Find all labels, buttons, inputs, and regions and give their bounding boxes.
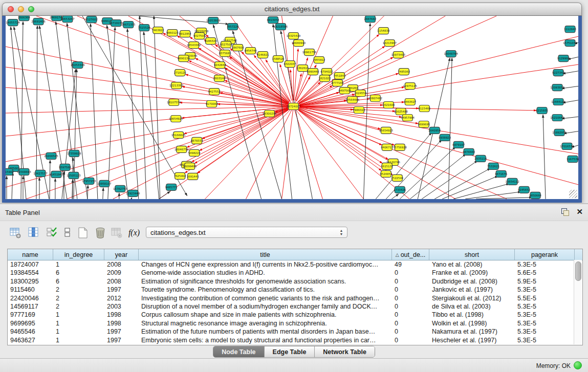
network-node[interactable]: 9850664 [529, 192, 542, 199]
network-node[interactable]: 16053809 [206, 17, 221, 24]
network-node[interactable]: 10653267 [60, 16, 74, 23]
network-node[interactable]: 2935114 [474, 155, 487, 162]
network-node[interactable]: 1615132 [381, 163, 393, 169]
table-row[interactable]: 1456911722003Disruption of a novel membe… [8, 302, 582, 311]
network-node[interactable]: 8471676 [495, 170, 508, 177]
network-node[interactable]: 9699695 [418, 121, 430, 127]
network-node[interactable]: 7857224 [227, 24, 239, 30]
citation-network-graph[interactable]: 1872400726063641405572420691406246917401… [6, 16, 578, 199]
network-node[interactable]: 13427577 [33, 170, 47, 177]
network-node[interactable]: 2887682 [364, 16, 376, 23]
network-node[interactable]: 3915902 [6, 168, 14, 175]
network-node[interactable]: 9146821 [257, 52, 269, 58]
network-node[interactable]: 7986322 [353, 107, 365, 114]
network-node[interactable]: 12975115 [403, 83, 417, 90]
column-header-pagerank[interactable]: pagerank [515, 249, 575, 260]
network-node[interactable]: 12444121 [551, 99, 565, 105]
network-node[interactable]: 16210643 [550, 114, 564, 121]
table-row[interactable]: 946362711997Embryonic stem cells: a mode… [8, 336, 582, 344]
table-row[interactable]: 977716911998Corpus callosum shape and si… [8, 311, 582, 319]
network-node[interactable]: 75756928 [393, 144, 407, 150]
network-node[interactable]: 9463627 [404, 99, 416, 105]
tab-edge-table[interactable]: Edge Table [265, 346, 315, 357]
network-node[interactable]: 8912954 [179, 31, 192, 37]
table-source-select[interactable]: citations_edges.txt ▲▼ [146, 227, 347, 238]
column-header-year[interactable]: year [104, 249, 139, 260]
tab-network-table[interactable]: Network Table [315, 346, 375, 357]
network-node[interactable]: 2522544 [391, 174, 404, 181]
network-node[interactable]: 9115460 [418, 105, 431, 112]
network-node[interactable]: 1154838 [377, 28, 390, 34]
network-node[interactable]: 9327508 [220, 41, 233, 48]
network-node[interactable]: 16782753 [113, 185, 127, 192]
tab-node-table[interactable]: Node Table [213, 346, 264, 357]
network-node[interactable]: 16543382 [187, 42, 201, 49]
table-row[interactable]: 1830029562008Estimation of significance … [8, 277, 582, 286]
network-node[interactable]: 9227342 [552, 70, 564, 76]
network-node[interactable]: 9860123 [166, 30, 179, 36]
network-node[interactable]: 7451843 [333, 73, 345, 79]
network-node[interactable]: 7955812 [313, 57, 325, 63]
column-select-icon[interactable] [27, 226, 41, 240]
table-settings-icon[interactable] [8, 226, 23, 240]
network-node[interactable]: 54957984 [401, 114, 415, 121]
network-node[interactable]: 7532621 [487, 163, 499, 169]
row-select-icon[interactable] [45, 226, 59, 240]
column-header-title[interactable]: title [139, 249, 392, 260]
network-node[interactable]: 8454749 [245, 48, 257, 54]
window-resize-grip[interactable] [569, 190, 577, 198]
network-node[interactable]: 12213967 [383, 40, 397, 47]
network-node[interactable]: 15166825 [171, 132, 185, 138]
network-node[interactable]: 6879197 [452, 141, 465, 148]
network-node[interactable]: 10973493 [391, 52, 405, 58]
table-row[interactable]: 1872400712008Changes of HCN gene express… [8, 260, 582, 269]
table-row[interactable]: 969969511998Structural magnetic resonanc… [8, 319, 582, 327]
column-header-in_degree[interactable]: in_degree [53, 249, 104, 260]
network-node[interactable]: 10807482 [368, 95, 382, 102]
network-node[interactable]: 9327505 [193, 33, 206, 39]
network-node[interactable]: 23564486 [345, 97, 360, 103]
scrollbar-thumb[interactable] [575, 261, 581, 281]
network-node[interactable]: 8878333 [191, 137, 203, 144]
network-node[interactable]: 8406717 [381, 144, 393, 150]
network-node[interactable]: 1821022 [318, 75, 331, 82]
network-node[interactable]: 9485771 [165, 184, 178, 190]
table-row[interactable]: 1938455462009Genome-wide association stu… [8, 269, 582, 277]
network-node[interactable]: 17016534 [560, 143, 574, 149]
network-node[interactable]: 15654923 [379, 127, 393, 134]
network-node[interactable]: 12505123 [67, 172, 80, 179]
network-node[interactable]: 16046756 [175, 146, 189, 152]
network-node[interactable]: 6794022 [320, 69, 333, 75]
network-node[interactable]: 9777169 [331, 80, 344, 86]
network-node[interactable]: 10654112 [505, 178, 519, 185]
network-window-titlebar[interactable]: citations_edges.txt [2, 3, 582, 16]
network-node[interactable]: 1621608 [382, 102, 395, 108]
network-canvas[interactable]: 1872400726063641405572420691406246917401… [6, 16, 578, 199]
network-node[interactable]: 7625402 [174, 172, 186, 179]
network-node[interactable]: 2606364 [18, 16, 31, 21]
network-node[interactable]: 2803144 [213, 75, 226, 82]
network-node[interactable]: 9427552 [208, 89, 221, 95]
network-node[interactable]: 9242844 [214, 62, 227, 69]
table-row[interactable]: 946554611997Estimation of the future num… [8, 327, 582, 336]
column-header-short[interactable]: short [429, 249, 515, 260]
network-node[interactable]: 1691445 [187, 173, 199, 180]
network-node[interactable]: 1624554 [354, 90, 367, 97]
network-node[interactable]: 2867608 [232, 45, 245, 51]
network-node[interactable]: 1167531 [567, 156, 578, 162]
network-node[interactable]: 10025488 [394, 108, 408, 115]
network-node[interactable]: 8186328 [205, 38, 217, 45]
trash-icon[interactable] [93, 226, 107, 240]
network-node[interactable]: 9890138 [178, 55, 190, 62]
network-node[interactable]: 16099485 [183, 163, 197, 169]
network-node[interactable]: 6497568 [338, 87, 351, 94]
table-scrollbar[interactable] [574, 260, 582, 344]
network-node[interactable]: 8322037 [284, 61, 296, 68]
network-node[interactable]: 12213383 [169, 82, 183, 89]
column-header-out_de[interactable]: △out_de... [392, 249, 429, 260]
network-node[interactable]: 17359928 [67, 150, 81, 157]
network-node[interactable]: 9524851 [380, 170, 392, 177]
network-node[interactable]: 20206505 [44, 152, 58, 159]
network-node[interactable]: 7463822 [152, 27, 164, 34]
network-node[interactable]: 14055724 [6, 19, 20, 26]
